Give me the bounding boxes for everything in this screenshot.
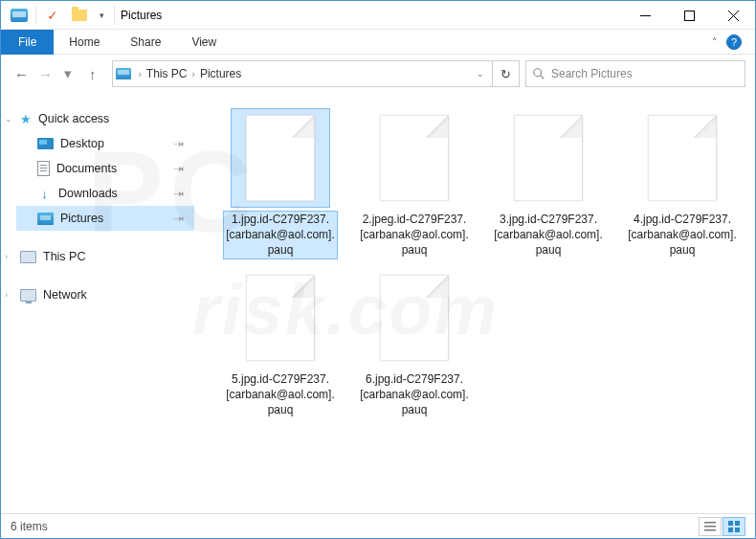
pictures-icon bbox=[37, 213, 54, 225]
sidebar-item-label: Downloads bbox=[58, 187, 118, 200]
downloads-icon bbox=[37, 188, 52, 200]
file-name: 2.jpeg.id-C279F237.[carbanak@aol.com].pa… bbox=[358, 212, 471, 258]
details-view-button[interactable] bbox=[699, 517, 722, 536]
breadcrumb[interactable]: Pictures bbox=[200, 67, 241, 80]
item-count: 6 items bbox=[11, 520, 48, 533]
ribbon: File Home Share View ˄ ? bbox=[1, 30, 755, 55]
navbar: ← → ▾ ↑ › This PC › Pictures ⌄ ↻ Search … bbox=[1, 55, 755, 93]
address-history-icon[interactable]: ⌄ bbox=[469, 69, 492, 79]
desktop-icon bbox=[37, 138, 54, 149]
up-button[interactable]: ↑ bbox=[83, 66, 102, 82]
file-item[interactable]: 5.jpg.id-C279F237.[carbanak@aol.com].pau… bbox=[223, 268, 338, 418]
file-icon bbox=[246, 115, 315, 201]
sidebar-item-label: Quick access bbox=[38, 112, 109, 125]
svg-rect-11 bbox=[728, 528, 733, 532]
svg-rect-7 bbox=[704, 526, 716, 528]
location-icon[interactable] bbox=[113, 68, 134, 79]
file-thumb bbox=[231, 108, 330, 208]
help-icon[interactable]: ? bbox=[726, 34, 742, 50]
file-name: 1.jpg.id-C279F237.[carbanak@aol.com].pau… bbox=[224, 212, 337, 258]
file-content-area[interactable]: 1.jpg.id-C279F237.[carbanak@aol.com].pau… bbox=[202, 93, 755, 514]
file-item[interactable]: 3.jpg.id-C279F237.[carbanak@aol.com].pau… bbox=[491, 108, 606, 258]
file-tab[interactable]: File bbox=[1, 30, 54, 55]
quick-access-toolbar: ✓ ▾ bbox=[1, 6, 108, 25]
divider bbox=[114, 6, 115, 25]
pc-icon bbox=[20, 251, 36, 263]
network-icon bbox=[20, 289, 36, 302]
divider bbox=[35, 7, 36, 24]
search-placeholder: Search Pictures bbox=[551, 67, 633, 80]
chevron-right-icon[interactable]: › bbox=[134, 69, 146, 79]
tab-view[interactable]: View bbox=[176, 30, 232, 55]
file-name: 4.jpg.id-C279F237.[carbanak@aol.com].pau… bbox=[626, 212, 739, 258]
star-icon: ★ bbox=[20, 112, 32, 126]
sidebar: ⌄ ★ Quick access Desktop 📌︎ Documents 📌︎… bbox=[1, 93, 202, 514]
status-bar: 6 items bbox=[1, 513, 755, 538]
sidebar-item-pictures[interactable]: Pictures 📌︎ bbox=[16, 206, 194, 231]
svg-rect-12 bbox=[735, 528, 740, 532]
sidebar-item-desktop[interactable]: Desktop 📌︎ bbox=[16, 131, 194, 156]
sidebar-quick-access[interactable]: ⌄ ★ Quick access bbox=[16, 106, 194, 131]
svg-rect-6 bbox=[704, 522, 716, 524]
pin-icon: 📌︎ bbox=[170, 160, 188, 177]
file-thumb bbox=[365, 108, 464, 208]
tab-share[interactable]: Share bbox=[115, 30, 176, 55]
file-icon bbox=[514, 115, 583, 201]
nav-arrows: ← → ▾ ↑ bbox=[11, 65, 106, 82]
file-name: 3.jpg.id-C279F237.[carbanak@aol.com].pau… bbox=[492, 212, 605, 258]
sidebar-network[interactable]: › Network bbox=[16, 282, 194, 307]
file-name: 6.jpg.id-C279F237.[carbanak@aol.com].pau… bbox=[358, 371, 471, 418]
chevron-right-icon[interactable]: › bbox=[5, 290, 8, 300]
sidebar-item-documents[interactable]: Documents 📌︎ bbox=[16, 156, 194, 181]
close-button[interactable] bbox=[711, 1, 755, 30]
svg-rect-8 bbox=[704, 529, 716, 531]
file-name: 5.jpg.id-C279F237.[carbanak@aol.com].pau… bbox=[224, 371, 337, 418]
ribbon-collapse-icon[interactable]: ˄ bbox=[712, 36, 717, 47]
maximize-button[interactable] bbox=[667, 1, 711, 30]
file-thumb bbox=[633, 108, 732, 208]
recent-locations-icon[interactable]: ▾ bbox=[62, 65, 74, 82]
sidebar-item-label: Desktop bbox=[60, 137, 104, 150]
sidebar-item-label: Network bbox=[43, 288, 87, 302]
app-icon[interactable] bbox=[9, 6, 30, 25]
refresh-button[interactable]: ↻ bbox=[492, 61, 519, 86]
file-icon bbox=[246, 275, 315, 361]
minimize-button[interactable] bbox=[623, 1, 667, 30]
chevron-right-icon[interactable]: › bbox=[5, 252, 8, 261]
breadcrumb[interactable]: This PC bbox=[146, 67, 188, 80]
icons-view-button[interactable] bbox=[723, 517, 745, 536]
window-title: Pictures bbox=[121, 9, 162, 22]
titlebar: ✓ ▾ Pictures bbox=[1, 1, 755, 30]
chevron-down-icon[interactable]: ⌄ bbox=[5, 114, 12, 124]
documents-icon bbox=[37, 161, 50, 176]
sidebar-item-label: Pictures bbox=[60, 212, 103, 225]
svg-rect-9 bbox=[728, 521, 733, 526]
pin-icon: 📌︎ bbox=[170, 185, 188, 202]
address-bar[interactable]: › This PC › Pictures ⌄ ↻ bbox=[112, 60, 521, 87]
file-thumb bbox=[499, 108, 598, 208]
file-item[interactable]: 1.jpg.id-C279F237.[carbanak@aol.com].pau… bbox=[223, 108, 338, 258]
file-icon bbox=[648, 115, 717, 201]
file-thumb bbox=[231, 268, 330, 368]
tab-home[interactable]: Home bbox=[54, 30, 115, 55]
sidebar-this-pc[interactable]: › This PC bbox=[16, 244, 194, 269]
back-button[interactable]: ← bbox=[14, 66, 29, 82]
chevron-right-icon[interactable]: › bbox=[188, 69, 200, 79]
window-controls bbox=[623, 1, 755, 29]
file-item[interactable]: 2.jpeg.id-C279F237.[carbanak@aol.com].pa… bbox=[357, 108, 472, 258]
forward-button[interactable]: → bbox=[38, 66, 53, 82]
file-icon bbox=[380, 115, 449, 201]
file-item[interactable]: 4.jpg.id-C279F237.[carbanak@aol.com].pau… bbox=[625, 108, 740, 258]
new-folder-icon[interactable] bbox=[69, 6, 90, 25]
properties-icon[interactable]: ✓ bbox=[42, 6, 63, 25]
file-icon bbox=[380, 275, 449, 361]
pin-icon: 📌︎ bbox=[170, 135, 188, 152]
sidebar-item-downloads[interactable]: Downloads 📌︎ bbox=[16, 181, 194, 206]
svg-line-5 bbox=[541, 76, 545, 79]
svg-rect-10 bbox=[735, 521, 740, 526]
svg-rect-1 bbox=[684, 11, 694, 20]
qat-customize-icon[interactable]: ▾ bbox=[96, 11, 108, 20]
search-icon bbox=[532, 67, 545, 80]
search-input[interactable]: Search Pictures bbox=[525, 60, 745, 87]
file-item[interactable]: 6.jpg.id-C279F237.[carbanak@aol.com].pau… bbox=[357, 268, 472, 418]
